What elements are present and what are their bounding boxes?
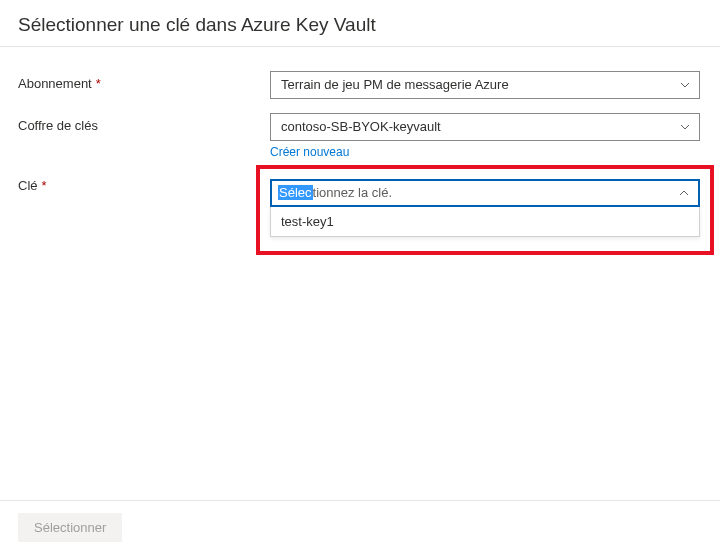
label-text: Coffre de clés: [18, 118, 98, 133]
keyvault-label: Coffre de clés: [18, 113, 270, 133]
key-row: Clé* Sélectionnez la clé. test-key1: [18, 173, 702, 237]
key-select[interactable]: Sélectionnez la clé.: [270, 179, 700, 207]
subscription-value: Terrain de jeu PM de messagerie Azure: [281, 72, 669, 98]
create-new-link[interactable]: Créer nouveau: [270, 145, 700, 159]
chevron-down-icon: [679, 121, 691, 133]
page-title: Sélectionner une clé dans Azure Key Vaul…: [0, 0, 720, 46]
key-label: Clé*: [18, 173, 270, 193]
subscription-select[interactable]: Terrain de jeu PM de messagerie Azure: [270, 71, 700, 99]
required-indicator: *: [42, 178, 47, 193]
footer: Sélectionner: [0, 500, 720, 554]
subscription-label: Abonnement*: [18, 71, 270, 91]
select-button[interactable]: Sélectionner: [18, 513, 122, 542]
keyvault-value: contoso-SB-BYOK-keyvault: [281, 114, 669, 140]
subscription-row: Abonnement* Terrain de jeu PM de message…: [18, 71, 702, 99]
chevron-down-icon: [679, 79, 691, 91]
key-placeholder: Sélectionnez la clé.: [278, 185, 392, 200]
key-dropdown-list: test-key1: [270, 207, 700, 237]
label-text: Abonnement: [18, 76, 92, 91]
label-text: Clé: [18, 178, 38, 193]
keyvault-row: Coffre de clés contoso-SB-BYOK-keyvault …: [18, 113, 702, 159]
key-option[interactable]: test-key1: [271, 207, 699, 236]
chevron-up-icon: [678, 187, 690, 199]
form-area: Abonnement* Terrain de jeu PM de message…: [0, 47, 720, 237]
required-indicator: *: [96, 76, 101, 91]
keyvault-select[interactable]: contoso-SB-BYOK-keyvault: [270, 113, 700, 141]
